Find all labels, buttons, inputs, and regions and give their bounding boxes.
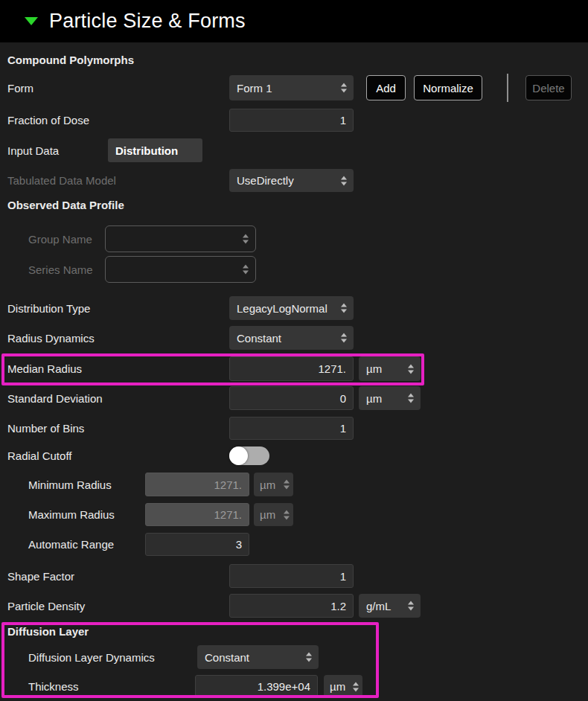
spinner-icon	[408, 394, 414, 403]
spinner-icon	[243, 234, 249, 244]
radius-dynamics-label: Radius Dynamics	[7, 326, 95, 350]
diffusion-layer-dynamics-select[interactable]: Constant	[197, 645, 319, 669]
section-compound-polymorphs: Compound Polymorphs	[7, 54, 134, 66]
fraction-of-dose-label: Fraction of Dose	[7, 109, 89, 132]
spinner-icon	[306, 653, 312, 662]
button-divider	[507, 74, 508, 102]
shape-factor-input[interactable]	[229, 564, 354, 588]
thickness-input[interactable]	[195, 675, 318, 698]
median-radius-label: Median Radius	[7, 356, 82, 381]
collapse-triangle-icon[interactable]	[25, 17, 38, 25]
standard-deviation-input[interactable]	[229, 386, 354, 410]
thickness-unit-select[interactable]: µm	[324, 675, 362, 698]
diffusion-layer-dynamics-label: Diffusion Layer Dynamics	[28, 645, 155, 669]
number-of-bins-input[interactable]	[229, 417, 354, 440]
thickness-label: Thickness	[28, 675, 79, 698]
section-observed-data-profile: Observed Data Profile	[7, 199, 124, 211]
particle-size-forms-panel: Particle Size & Forms Compound Polymorph…	[0, 0, 588, 701]
section-diffusion-layer: Diffusion Layer	[7, 625, 89, 638]
distribution-type-select[interactable]: LegacyLogNormal	[229, 296, 354, 320]
radial-cutoff-toggle[interactable]	[229, 446, 269, 465]
minimum-radius-label: Minimum Radius	[28, 473, 112, 496]
spinner-icon	[341, 304, 347, 313]
minimum-radius-unit-select[interactable]: µm	[254, 473, 293, 496]
median-radius-input[interactable]	[229, 356, 354, 381]
particle-density-unit-select[interactable]: g/mL	[359, 594, 421, 618]
normalize-button[interactable]: Normalize	[414, 75, 482, 100]
spinner-icon	[408, 364, 414, 374]
group-name-label: Group Name	[28, 225, 92, 252]
add-button[interactable]: Add	[366, 75, 406, 100]
shape-factor-label: Shape Factor	[7, 564, 74, 588]
group-name-select[interactable]	[105, 225, 256, 252]
median-radius-unit-select[interactable]: µm	[359, 356, 421, 381]
maximum-radius-label: Maximum Radius	[28, 503, 115, 526]
spinner-icon	[284, 510, 290, 519]
fraction-of-dose-input[interactable]	[229, 109, 354, 132]
tabulated-data-model-label: Tabulated Data Model	[7, 169, 116, 192]
delete-button[interactable]: Delete	[525, 75, 572, 100]
tabulated-data-model-select[interactable]: UseDirectly	[229, 169, 354, 192]
form-label: Form	[7, 75, 33, 100]
distribution-type-label: Distribution Type	[7, 296, 90, 320]
automatic-range-input[interactable]	[145, 533, 249, 556]
spinner-icon	[284, 480, 290, 490]
spinner-icon	[408, 601, 414, 611]
standard-deviation-unit-select[interactable]: µm	[359, 386, 421, 410]
panel-header[interactable]: Particle Size & Forms	[0, 0, 588, 42]
series-name-select[interactable]	[105, 256, 256, 283]
panel-title: Particle Size & Forms	[49, 10, 246, 33]
spinner-icon	[341, 83, 347, 93]
standard-deviation-label: Standard Deviation	[7, 386, 103, 410]
radial-cutoff-label: Radial Cutoff	[7, 446, 71, 465]
minimum-radius-input	[145, 473, 249, 496]
maximum-radius-input	[145, 503, 249, 526]
radius-dynamics-select[interactable]: Constant	[229, 326, 354, 350]
number-of-bins-label: Number of Bins	[7, 417, 84, 440]
spinner-icon	[243, 265, 249, 275]
series-name-label: Series Name	[28, 256, 93, 283]
particle-density-label: Particle Density	[7, 594, 85, 618]
spinner-icon	[341, 333, 347, 343]
automatic-range-label: Automatic Range	[28, 533, 114, 556]
form-select[interactable]: Form 1	[229, 75, 354, 100]
spinner-icon	[353, 682, 359, 691]
spinner-icon	[341, 176, 347, 185]
maximum-radius-unit-select[interactable]: µm	[254, 503, 293, 526]
input-data-label: Input Data	[7, 138, 59, 162]
particle-density-input[interactable]	[229, 594, 354, 618]
toggle-knob	[229, 446, 248, 465]
input-data-button[interactable]: Distribution	[108, 138, 202, 162]
